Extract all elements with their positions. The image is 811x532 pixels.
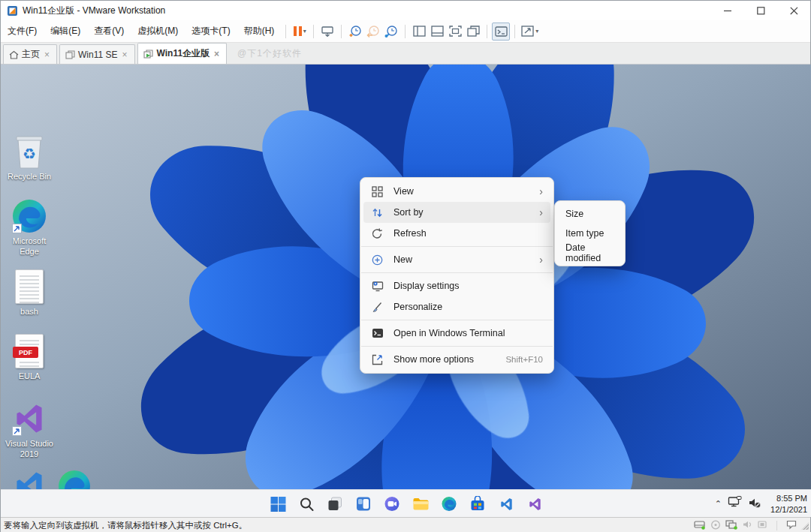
revert-snapshot-button[interactable] xyxy=(364,23,382,41)
network-device-icon[interactable] xyxy=(725,520,738,531)
toolbar-separator xyxy=(405,25,406,38)
vscode-taskbar-button[interactable] xyxy=(497,494,516,513)
fullscreen-icon xyxy=(449,26,462,37)
context-item-view[interactable]: View › xyxy=(363,181,550,202)
close-tab-icon[interactable]: × xyxy=(120,50,128,60)
vmware-status-bar: 要将输入定向到该虚拟机，请将鼠标指针移入其中或按 Ctrl+G。 xyxy=(1,517,810,532)
microsoft-store-button[interactable] xyxy=(469,494,487,513)
unity-mode-button[interactable] xyxy=(464,23,482,41)
toolbar-separator xyxy=(487,25,487,38)
context-item-show-more-options[interactable]: Show more options Shift+F10 xyxy=(363,349,550,370)
tab-label: Win11 SE xyxy=(78,50,117,60)
tab-label: 主页 xyxy=(22,48,40,61)
menu-edit[interactable]: 编辑(E) xyxy=(44,21,87,41)
show-library-button[interactable] xyxy=(410,23,428,41)
desktop-icon-recycle-bin[interactable]: ♻ Recycle Bin xyxy=(1,134,58,182)
menu-vm[interactable]: 虚拟机(M) xyxy=(131,21,185,41)
visual-studio-taskbar-button[interactable] xyxy=(526,494,544,513)
task-view-button[interactable] xyxy=(326,494,345,513)
context-item-new[interactable]: New › xyxy=(363,249,550,270)
cdrom-device-icon[interactable] xyxy=(710,520,721,531)
send-ctrl-alt-del-button[interactable] xyxy=(318,23,336,41)
tray-overflow-chevron[interactable]: ⌃ xyxy=(715,499,722,509)
context-item-refresh[interactable]: Refresh xyxy=(363,223,550,244)
windows-start-icon xyxy=(270,496,286,512)
stretch-guest-button[interactable]: ▾ xyxy=(520,23,540,41)
menu-toolbar: 文件(F) 编辑(E) 查看(V) 虚拟机(M) 选项卡(T) 帮助(H) ▾ xyxy=(1,20,810,43)
close-tab-icon[interactable]: × xyxy=(213,49,221,59)
edge-button[interactable] xyxy=(440,494,459,513)
vmware-logo-icon xyxy=(7,5,18,17)
view-grid-icon xyxy=(371,185,384,198)
snapshot-manage-icon xyxy=(384,25,398,38)
menu-file[interactable]: 文件(F) xyxy=(1,21,44,41)
recycle-bin-icon: ♻ xyxy=(14,134,45,170)
store-icon xyxy=(470,496,486,512)
tab-win11-enterprise[interactable]: Win11企业版 × xyxy=(137,43,228,64)
network-tray-icon[interactable] xyxy=(728,496,742,512)
tab-home[interactable]: 主页 × xyxy=(3,44,57,64)
context-item-label: Show more options xyxy=(393,354,474,365)
edge-taskbar-icon xyxy=(442,496,457,512)
unity-icon xyxy=(467,26,480,37)
search-button[interactable] xyxy=(297,494,316,513)
usb-device-icon[interactable] xyxy=(757,520,767,530)
chevron-right-icon: › xyxy=(539,254,543,266)
manage-snapshots-button[interactable] xyxy=(382,23,400,41)
message-log-icon[interactable] xyxy=(786,520,797,531)
stretch-icon xyxy=(521,26,534,37)
shortcut-hint: Shift+F10 xyxy=(505,355,543,364)
hard-disk-device-icon[interactable] xyxy=(694,520,706,531)
widgets-button[interactable] xyxy=(354,494,373,513)
volume-mute-tray-icon[interactable] xyxy=(748,497,761,512)
menu-help[interactable]: 帮助(H) xyxy=(237,21,282,41)
resize-grip[interactable] xyxy=(800,521,809,532)
tab-win11-se[interactable]: Win11 SE × xyxy=(59,44,134,64)
windows-taskbar: ⌃ 8:55 PM 12/1/2021 xyxy=(1,489,811,517)
menu-separator xyxy=(361,320,553,320)
submenu-item-size[interactable]: Size xyxy=(558,204,622,224)
pause-vm-button[interactable]: ▾ xyxy=(291,23,309,41)
file-explorer-button[interactable] xyxy=(412,494,430,513)
start-button[interactable] xyxy=(269,494,288,513)
toolbar-separator xyxy=(514,25,515,38)
tab-bar: 主页 × Win11 SE × Win11企业版 × @下1个好软件 xyxy=(1,43,810,65)
menu-tabs[interactable]: 选项卡(T) xyxy=(185,21,237,41)
submenu-item-item-type[interactable]: Item type xyxy=(558,224,622,243)
vmware-workstation-window: Win11企业版 - VMware Workstation 文件(F) 编辑(E… xyxy=(0,0,811,532)
show-thumbnail-bar-button[interactable] xyxy=(428,23,446,41)
pause-icon xyxy=(294,26,302,36)
taskbar-clock[interactable]: 8:55 PM 12/1/2021 xyxy=(770,493,807,515)
desktop-icon-bash[interactable]: bash xyxy=(1,269,58,317)
chat-button[interactable] xyxy=(383,494,402,513)
visual-studio-taskbar-icon xyxy=(527,497,542,512)
sidebar-layout-icon xyxy=(413,26,426,37)
context-item-open-windows-terminal[interactable]: Open in Windows Terminal xyxy=(363,323,550,344)
bottombar-layout-icon xyxy=(431,26,444,37)
close-button[interactable] xyxy=(777,1,810,20)
close-tab-icon[interactable]: × xyxy=(43,50,51,60)
console-view-button[interactable] xyxy=(492,23,510,41)
take-snapshot-button[interactable] xyxy=(346,23,364,41)
submenu-item-date-modified[interactable]: Date modified xyxy=(558,243,622,263)
context-item-label: Display settings xyxy=(393,281,460,291)
minimize-button[interactable] xyxy=(711,1,744,20)
vm-tab-icon xyxy=(65,50,75,59)
desktop-icon-eula[interactable]: PDF EULA xyxy=(1,333,58,382)
window-title: Win11企业版 - VMware Workstation xyxy=(23,5,165,17)
shortcut-arrow-icon xyxy=(12,426,22,436)
menu-view[interactable]: 查看(V) xyxy=(87,21,131,41)
maximize-button[interactable] xyxy=(744,1,777,20)
task-view-icon xyxy=(327,496,343,512)
snapshot-revert-icon xyxy=(366,25,380,38)
chat-icon xyxy=(384,496,400,512)
context-item-personalize[interactable]: Personalize xyxy=(363,296,550,317)
context-item-display-settings[interactable]: Display settings xyxy=(363,275,550,296)
desktop-icon-microsoft-edge[interactable]: Microsoft Edge xyxy=(1,198,58,257)
context-item-sort-by[interactable]: Sort by › xyxy=(363,202,550,223)
desktop-icon-visual-studio-2019[interactable]: Visual Studio 2019 xyxy=(1,401,58,460)
desktop-context-menu: View › Sort by › Refresh New › Display xyxy=(360,177,554,374)
sound-device-icon[interactable] xyxy=(743,520,752,530)
chevron-right-icon: › xyxy=(539,206,543,218)
fullscreen-button[interactable] xyxy=(446,23,464,41)
